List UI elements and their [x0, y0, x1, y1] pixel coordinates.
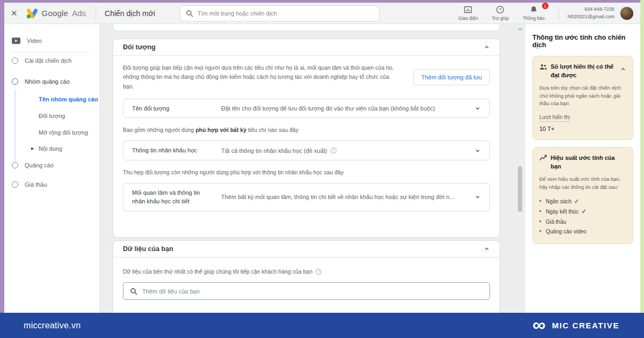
- appearance-button[interactable]: Giao diện: [458, 5, 478, 21]
- sidebar-item-video[interactable]: Video: [12, 38, 42, 44]
- chevron-down-icon[interactable]: [474, 105, 481, 112]
- footer-site-text: miccreative.vn: [24, 321, 80, 330]
- step-connector-line: [14, 90, 16, 161]
- notifications-button[interactable]: 1 Thông báo: [523, 5, 545, 21]
- main-content: Đối tượng Đối tượng giúp bạn tiếp cận mọ…: [100, 24, 525, 313]
- previous-card-edge: [113, 24, 500, 31]
- reach-card-header[interactable]: Số lượt hiển thị có thể đạt được: [539, 63, 626, 80]
- performance-estimate-card: Hiệu suất ước tính của bạn Để xem hiệu s…: [532, 147, 633, 244]
- sidebar-divider: [12, 52, 90, 53]
- help-button[interactable]: ? Trợ giúp: [492, 5, 509, 21]
- collapse-chevron-up-icon[interactable]: [620, 66, 626, 72]
- interests-label: Mối quan tâm và thông tin nhân khẩu học …: [132, 188, 213, 206]
- estimates-title: Thông tin ước tính cho chiến dịch: [532, 34, 633, 49]
- your-data-card: Dữ liệu của bạn Dữ liệu của bên thứ nhất…: [113, 240, 500, 313]
- global-search[interactable]: [180, 5, 379, 21]
- footer-brand-text: MIC CREATIVE: [552, 321, 619, 330]
- collapse-chevron-up-icon[interactable]: [484, 246, 490, 252]
- impressions-metric-label[interactable]: Lượt hiển thị: [539, 114, 570, 122]
- performance-settings-list: Ngân sách✓ Ngày kết thúc✓ Giá thầu Quảng…: [539, 196, 626, 236]
- step-circle-icon: [12, 162, 18, 168]
- google-ads-screenshot: ✕ Google Ads Chiến dịch mới: [0, 0, 644, 338]
- sidebar-subitem-content[interactable]: Nội dung: [39, 145, 62, 152]
- check-icon: ✓: [574, 198, 579, 204]
- sidebar-subitem-audience-expansion[interactable]: Mở rộng đối tượng: [39, 129, 88, 136]
- list-item-end-date: Ngày kết thúc✓: [539, 207, 626, 217]
- footer-brand: ∞ MIC CREATIVE: [532, 317, 619, 335]
- your-data-card-header[interactable]: Dữ liệu của bạn: [113, 241, 500, 258]
- notifications-label: Thông báo: [523, 16, 545, 21]
- chevron-down-icon[interactable]: [474, 194, 481, 200]
- sidebar-item-bidding[interactable]: Giá thầu: [12, 181, 47, 188]
- demographics-value: Tất cả thông tin nhân khẩu học (đề xuất): [221, 148, 327, 154]
- performance-card-header: Hiệu suất ước tính của bạn: [539, 154, 626, 171]
- page-title: Chiến dịch mới: [105, 9, 155, 18]
- reach-card-title: Số lượt hiển thị có thể đạt được: [551, 63, 616, 80]
- narrow-audience-text: Thu hẹp đối tượng còn những người dùng p…: [123, 169, 490, 175]
- top-app-bar: ✕ Google Ads Chiến dịch mới: [4, 3, 640, 24]
- topbar-actions: Giao diện ? Trợ giúp 1: [458, 5, 545, 21]
- google-ads-logo: Google Ads: [26, 8, 86, 19]
- appearance-label: Giao diện: [458, 16, 478, 21]
- sidebar-item-ad-group[interactable]: Nhóm quảng cáo: [12, 78, 70, 85]
- step-circle-icon: [12, 181, 18, 188]
- help-icon: ?: [496, 5, 504, 14]
- line-chart-icon: [539, 155, 547, 161]
- list-item-video-ad: Quảng cáo video: [539, 226, 626, 236]
- close-icon[interactable]: ✕: [11, 9, 18, 18]
- brand-google: Google: [42, 9, 69, 18]
- check-icon: ✓: [581, 208, 586, 215]
- your-data-search-input[interactable]: [142, 288, 483, 295]
- demographics-row[interactable]: Thông tin nhân khẩu học Tất cả thông tin…: [123, 141, 490, 160]
- scrollbar-thumb[interactable]: [518, 166, 522, 212]
- video-icon: [12, 38, 20, 44]
- topbar-divider: [96, 7, 96, 20]
- sidebar-subitem-audience[interactable]: Đối tượng: [39, 113, 65, 119]
- brand-ads: Ads: [72, 9, 86, 18]
- frame-edge-top: [0, 0, 644, 3]
- sidebar-subitem-ad-group-name[interactable]: Tên nhóm quảng cáo: [39, 96, 98, 102]
- scroll-up-arrow-icon[interactable]: [517, 27, 523, 32]
- collapse-chevron-up-icon[interactable]: [484, 44, 490, 50]
- audience-description: Đối tượng giúp bạn tiếp cận mọi người dự…: [123, 63, 400, 91]
- your-data-search[interactable]: [123, 282, 490, 300]
- google-ads-triangle-icon: [26, 8, 38, 19]
- sidebar-item-campaign-settings[interactable]: Cài đặt chiến dịch: [12, 57, 71, 64]
- expand-arrow-icon[interactable]: ▶: [31, 146, 34, 151]
- info-icon[interactable]: ?: [316, 269, 321, 275]
- audience-card: Đối tượng Đối tượng giúp bạn tiếp cận mọ…: [113, 39, 500, 238]
- your-data-description: Dữ liệu của bên thứ nhất có thể giúp chú…: [123, 268, 312, 275]
- your-data-title: Dữ liệu của bạn: [123, 245, 173, 253]
- audience-card-header[interactable]: Đối tượng: [113, 39, 500, 56]
- include-users-text: Bao gồm những người dùng phù hợp với bất…: [123, 127, 490, 133]
- step-circle-active-icon: [12, 78, 18, 85]
- interests-value: Thêm bất kỳ mối quan tâm, thông tin chi …: [221, 194, 466, 200]
- audience-name-row[interactable]: Tên đối tượng Đặt tên cho đối tượng để l…: [123, 99, 490, 119]
- list-item-bid: Giá thầu: [539, 217, 626, 226]
- people-icon: [539, 63, 547, 70]
- audience-card-title: Đối tượng: [123, 43, 156, 51]
- audience-name-value: Đặt tên cho đối tượng để lưu đối tượng đ…: [221, 105, 466, 112]
- info-icon[interactable]: ?: [331, 148, 336, 153]
- step-circle-icon: [12, 57, 18, 64]
- frame-edge-right: [640, 0, 644, 313]
- search-input[interactable]: [197, 10, 374, 17]
- search-icon: [186, 10, 193, 17]
- notification-badge: 1: [542, 3, 548, 9]
- search-icon: [130, 288, 137, 295]
- bell-icon: [530, 5, 538, 14]
- demographics-label: Thông tin nhân khẩu học: [132, 146, 213, 155]
- audience-name-label: Tên đối tượng: [132, 104, 213, 113]
- campaign-estimates-panel: Thông tin ước tính cho chiến dịch Số lượ…: [525, 24, 640, 313]
- sidebar-item-ads[interactable]: Quảng cáo: [12, 162, 54, 168]
- ad-group-label: Nhóm quảng cáo: [25, 78, 70, 85]
- account-info[interactable]: 934-848-7235 hl020521@gmail.com: [559, 6, 614, 20]
- account-id: 934-848-7235: [568, 6, 614, 13]
- add-saved-audience-button[interactable]: Thêm đối tượng đã lưu: [413, 69, 490, 85]
- chevron-down-icon[interactable]: [474, 148, 481, 154]
- appearance-icon: [464, 5, 472, 14]
- reach-estimate-card: Số lượt hiển thị có thể đạt được Dựa trê…: [532, 56, 633, 140]
- avatar[interactable]: [620, 6, 634, 20]
- interests-row[interactable]: Mối quan tâm và thông tin nhân khẩu học …: [123, 183, 490, 211]
- mic-creative-logo-icon: ∞: [532, 315, 545, 334]
